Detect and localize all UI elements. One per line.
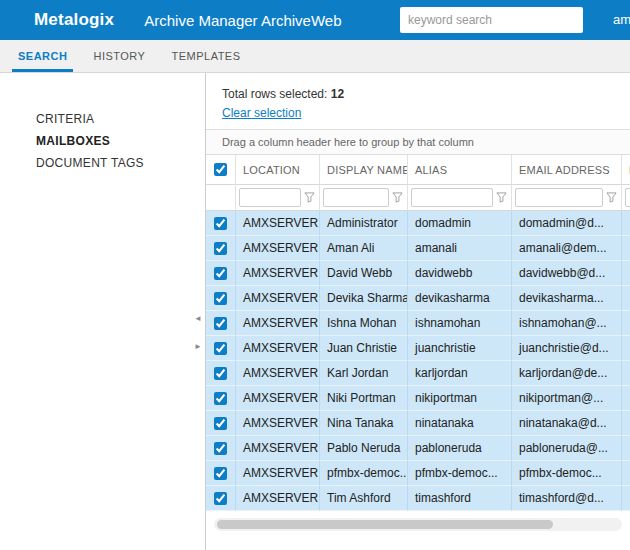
tab-templates[interactable]: TEMPLATES (158, 40, 253, 72)
cell-alias: timashford (408, 486, 512, 511)
row-select-cell (206, 486, 236, 511)
row-select-checkbox[interactable] (214, 442, 227, 455)
sidebar-item-criteria[interactable]: CRITERIA (0, 108, 205, 130)
column-header-display-name-label: DISPLAY NAME (327, 164, 408, 176)
table-row[interactable]: AMXSERVER Ishna Mohan ishnamohan ishnamo… (206, 311, 630, 336)
cell-email: nikiportman@... (512, 386, 622, 411)
row-select-cell (206, 211, 236, 236)
tab-search[interactable]: SEARCH (5, 40, 80, 72)
cell-clipped (622, 211, 630, 236)
cell-display-name: Pablo Neruda (320, 436, 408, 461)
sidebar: CRITERIA MAILBOXES DOCUMENT TAGS (0, 73, 206, 550)
select-all-checkbox[interactable] (214, 163, 227, 176)
horizontal-scrollbar-thumb[interactable] (217, 520, 553, 529)
cell-display-name: Administrator (320, 211, 408, 236)
table-row[interactable]: AMXSERVER Tim Ashford timashford timashf… (206, 486, 630, 511)
mailboxes-grid: LOCATION DISPLAY NAME ▴ ALIAS EMAIL ADDR… (206, 155, 630, 511)
cell-display-name: Aman Ali (320, 236, 408, 261)
table-row[interactable]: AMXSERVER Aman Ali amanali amanali@dem..… (206, 236, 630, 261)
sidebar-item-mailboxes[interactable]: MAILBOXES (0, 130, 205, 152)
table-row[interactable]: AMXSERVER Administrator domadmin domadmi… (206, 211, 630, 236)
cell-display-name: David Webb (320, 261, 408, 286)
splitter-collapse-right-icon[interactable]: ► (194, 343, 202, 351)
cell-display-name: pfmbx-democ... (320, 461, 408, 486)
cell-email: pfmbx-democ... (512, 461, 622, 486)
row-select-checkbox[interactable] (214, 292, 227, 305)
cell-email: karljordan@de... (512, 361, 622, 386)
cell-email: pabloneruda@... (512, 436, 622, 461)
filter-funnel-icon[interactable] (391, 191, 404, 204)
filter-funnel-icon[interactable] (605, 191, 618, 204)
row-select-cell (206, 236, 236, 261)
horizontal-scrollbar[interactable] (214, 518, 622, 531)
table-body: AMXSERVER Administrator domadmin domadmi… (206, 211, 630, 511)
filter-input-clipped[interactable] (625, 188, 630, 207)
row-select-cell (206, 386, 236, 411)
row-select-checkbox[interactable] (214, 417, 227, 430)
filter-funnel-icon[interactable] (303, 191, 316, 204)
group-by-drop-zone[interactable]: Drag a column header here to group by th… (206, 129, 630, 155)
pane-splitter: ◄ ► (192, 315, 204, 351)
cell-alias: ninatanaka (408, 411, 512, 436)
filter-input-email[interactable] (515, 188, 603, 207)
cell-alias: karljordan (408, 361, 512, 386)
cell-display-name: Devika Sharma (320, 286, 408, 311)
table-row[interactable]: AMXSERVER Devika Sharma devikasharma dev… (206, 286, 630, 311)
row-select-checkbox[interactable] (214, 392, 227, 405)
cell-location: AMXSERVER (236, 486, 320, 511)
selection-summary: Total rows selected: 12 (206, 73, 630, 101)
row-select-checkbox[interactable] (214, 217, 227, 230)
cell-location: AMXSERVER (236, 411, 320, 436)
table-row[interactable]: AMXSERVER Karl Jordan karljordan karljor… (206, 361, 630, 386)
cell-display-name: Ishna Mohan (320, 311, 408, 336)
row-select-checkbox[interactable] (214, 367, 227, 380)
row-select-cell (206, 436, 236, 461)
cell-alias: davidwebb (408, 261, 512, 286)
cell-display-name: Karl Jordan (320, 361, 408, 386)
keyword-search-input[interactable] (400, 7, 583, 33)
cell-location: AMXSERVER (236, 336, 320, 361)
filter-funnel-icon[interactable] (495, 191, 508, 204)
column-header-location[interactable]: LOCATION (236, 155, 320, 185)
table-row[interactable]: AMXSERVER Juan Christie juanchristie jua… (206, 336, 630, 361)
cell-location: AMXSERVER (236, 286, 320, 311)
row-select-checkbox[interactable] (214, 242, 227, 255)
row-select-checkbox[interactable] (214, 267, 227, 280)
user-menu[interactable]: am (613, 12, 630, 27)
table-row[interactable]: AMXSERVER David Webb davidwebb davidwebb… (206, 261, 630, 286)
table-row[interactable]: AMXSERVER Nina Tanaka ninatanaka ninatan… (206, 411, 630, 436)
splitter-collapse-left-icon[interactable]: ◄ (194, 315, 202, 323)
table-row[interactable]: AMXSERVER Pablo Neruda pabloneruda pablo… (206, 436, 630, 461)
sidebar-item-document-tags[interactable]: DOCUMENT TAGS (0, 152, 205, 174)
column-header-display-name[interactable]: DISPLAY NAME ▴ (320, 155, 408, 185)
tab-history[interactable]: HISTORY (80, 40, 158, 72)
main-panel: Total rows selected: 12 Clear selection … (206, 73, 630, 550)
column-header-clipped[interactable]: L (622, 155, 630, 185)
table-row[interactable]: AMXSERVER pfmbx-democ... pfmbx-democ... … (206, 461, 630, 486)
cell-clipped (622, 286, 630, 311)
row-select-cell (206, 311, 236, 336)
filter-cell-checkbox (206, 185, 236, 211)
row-select-checkbox[interactable] (214, 342, 227, 355)
cell-location: AMXSERVER (236, 236, 320, 261)
filter-input-display-name[interactable] (323, 188, 389, 207)
row-select-checkbox[interactable] (214, 492, 227, 505)
cell-location: AMXSERVER (236, 361, 320, 386)
row-select-checkbox[interactable] (214, 317, 227, 330)
filter-input-location[interactable] (239, 188, 301, 207)
table-row[interactable]: AMXSERVER Niki Portman nikiportman nikip… (206, 386, 630, 411)
cell-location: AMXSERVER (236, 436, 320, 461)
column-header-email-address[interactable]: EMAIL ADDRESS (512, 155, 622, 185)
cell-alias: pfmbx-democ... (408, 461, 512, 486)
cell-alias: devikasharma (408, 286, 512, 311)
cell-clipped (622, 236, 630, 261)
row-select-checkbox[interactable] (214, 467, 227, 480)
cell-display-name: Nina Tanaka (320, 411, 408, 436)
filter-cell-display-name (320, 185, 408, 211)
filter-input-alias[interactable] (411, 188, 493, 207)
column-header-alias[interactable]: ALIAS (408, 155, 512, 185)
selection-count: 12 (331, 87, 344, 101)
cell-clipped (622, 361, 630, 386)
content-area: CRITERIA MAILBOXES DOCUMENT TAGS ◄ ► Tot… (0, 73, 630, 550)
clear-selection-link[interactable]: Clear selection (222, 106, 301, 120)
